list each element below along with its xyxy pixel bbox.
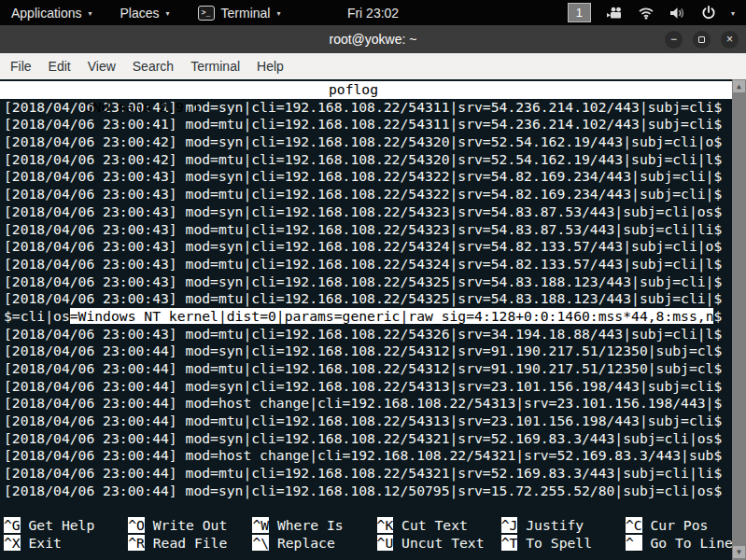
log-line: [2018/04/06 23:00:43] mod=mtu|cli=192.16… (0, 186, 732, 203)
applications-menu[interactable]: Applications ▾ (11, 6, 92, 21)
shortcut-item: ^O Write Out (128, 517, 252, 535)
minimize-button[interactable]: − (665, 31, 683, 49)
shortcut-row: ^X Exit^R Read File^\ Replace^U Uncut Te… (0, 535, 732, 553)
chevron-down-icon[interactable]: ▾ (731, 9, 735, 18)
log-line: [2018/04/06 23:00:43] mod=syn|cli=192.16… (0, 238, 732, 256)
shortcut-label: Write Out (145, 517, 227, 533)
log-line: [2018/04/06 23:00:44] mod=syn|cli=192.16… (0, 378, 732, 396)
log-line-highlighted: $=cli|os=Windows NT kernel|dist=0|params… (0, 308, 732, 326)
log-line: [2018/04/06 23:00:43] mod=mtu|cli=192.16… (0, 326, 732, 343)
menu-search[interactable]: Search (124, 59, 182, 74)
shortcut-key: ^X (4, 535, 21, 551)
log-line: [2018/04/06 23:00:44] mod=mtu|cli=192.16… (0, 465, 732, 483)
shortcut-label: Uncut Text (393, 535, 484, 551)
shortcut-item: ^U Uncut Text (377, 535, 501, 553)
chevron-down-icon: ▾ (276, 9, 280, 18)
shortcut-item: ^J Justify (501, 517, 626, 535)
shortcut-key: ^_ (626, 535, 642, 551)
nano-filename: poflog (329, 81, 378, 99)
menu-file[interactable]: File (2, 59, 40, 74)
workspace-indicator[interactable]: 1 (568, 3, 591, 22)
shortcut-key: ^G (4, 517, 21, 533)
log-line: [2018/04/06 23:00:44] mod=mtu|cli=192.16… (0, 360, 732, 378)
shortcut-label: Cur Pos (642, 517, 709, 533)
log-line: [2018/04/06 23:00:44] mod=syn|cli=192.16… (0, 430, 732, 448)
shortcut-key: ^R (128, 535, 145, 551)
menu-terminal[interactable]: Terminal (182, 59, 248, 74)
shortcut-label: Go To Line (642, 535, 733, 551)
maximize-icon (698, 36, 705, 43)
log-line: [2018/04/06 23:00:43] mod=syn|cli=192.16… (0, 203, 732, 221)
wifi-icon[interactable] (638, 7, 655, 20)
shortcut-label: Replace (269, 535, 335, 551)
log-line: [2018/04/06 23:00:43] mod=mtu|cli=192.16… (0, 256, 732, 273)
nano-shortcuts: ^G Get Help^O Write Out^W Where Is^K Cut… (0, 517, 732, 552)
window-title: root@yokwe: ~ (330, 32, 417, 47)
shortcut-key: ^T (501, 535, 518, 551)
top-panel: Applications ▾ Places ▾ >_ Terminal ▾ Fr… (0, 0, 746, 25)
shortcut-item: ^W Where Is (252, 517, 376, 535)
volume-icon[interactable] (669, 7, 686, 20)
shortcut-key: ^W (252, 517, 269, 533)
shortcut-item: ^C Cur Pos (626, 517, 746, 535)
shortcut-item: ^X Exit (4, 535, 128, 553)
log-line: [2018/04/06 23:00:44] mod=host change|cl… (0, 395, 732, 413)
log-line: [2018/04/06 23:00:44] mod=syn|cli=192.16… (0, 343, 732, 360)
nano-editor: GNU nano 2.9.1 poflog [2018/04/06 23:00:… (0, 79, 732, 553)
shortcut-label: Cut Text (393, 517, 468, 533)
clock[interactable]: Fri 23:02 (347, 6, 399, 21)
menu-help[interactable]: Help (248, 59, 292, 74)
shortcut-item: ^K Cut Text (377, 517, 501, 535)
menu-edit[interactable]: Edit (40, 59, 79, 74)
close-button[interactable]: × (721, 31, 739, 49)
log-line: [2018/04/06 23:00:43] mod=mtu|cli=192.16… (0, 290, 732, 308)
terminal-icon: >_ (198, 6, 215, 21)
log-line: [2018/04/06 23:00:42] mod=syn|cli=192.16… (0, 133, 732, 151)
power-icon[interactable] (701, 6, 716, 20)
shortcut-key: ^U (377, 535, 394, 551)
shortcut-item: ^\ Replace (252, 535, 376, 553)
shortcut-label: Read File (145, 535, 227, 551)
terminal-app-menu-label: Terminal (221, 6, 271, 21)
menu-view[interactable]: View (79, 59, 124, 74)
scrollbar-up-button[interactable]: ▲ (733, 80, 745, 92)
shortcut-label: To Spell (517, 535, 592, 551)
log-line: [2018/04/06 23:00:42] mod=mtu|cli=192.16… (0, 151, 732, 169)
places-menu[interactable]: Places ▾ (120, 6, 170, 21)
shortcut-label: Get Help (21, 517, 95, 533)
log-line: [2018/04/06 23:00:44] mod=syn|cli=192.16… (0, 483, 732, 500)
nano-version-label: GNU nano 2.9.1 (66, 99, 201, 115)
shortcut-label: Where Is (269, 517, 344, 533)
chevron-down-icon: ▾ (89, 9, 92, 18)
applications-menu-label: Applications (11, 6, 82, 21)
maximize-button[interactable] (693, 31, 711, 49)
nano-header: GNU nano 2.9.1 poflog (0, 81, 732, 99)
log-line: [2018/04/06 23:00:44] mod=mtu|cli=192.16… (0, 413, 732, 430)
shortcut-item: ^R Read File (128, 535, 252, 553)
blank-row (0, 500, 732, 518)
shortcut-key: ^J (501, 517, 518, 533)
terminal-app-menu[interactable]: >_ Terminal ▾ (198, 6, 281, 21)
desktop: Applications ▾ Places ▾ >_ Terminal ▾ Fr… (0, 0, 746, 560)
log-line: [2018/04/06 23:00:43] mod=mtu|cli=192.16… (0, 221, 732, 239)
log-line: [2018/04/06 23:00:44] mod=host change|cl… (0, 447, 732, 465)
scrollbar-down-button[interactable]: ▼ (733, 546, 745, 558)
terminal-screen[interactable]: GNU nano 2.9.1 poflog [2018/04/06 23:00:… (0, 79, 746, 560)
shortcut-row: ^G Get Help^O Write Out^W Where Is^K Cut… (0, 517, 732, 535)
log-line: [2018/04/06 23:00:43] mod=syn|cli=192.16… (0, 168, 732, 186)
shortcut-label: Justify (517, 517, 584, 533)
shortcut-item: ^T To Spell (501, 535, 626, 553)
log-area: [2018/04/06 23:00:41] mod=syn|cli=192.16… (0, 99, 732, 500)
log-line: [2018/04/06 23:00:41] mod=mtu|cli=192.16… (0, 116, 732, 133)
scrollbar-track[interactable]: ▲ ▼ (732, 79, 746, 560)
window-titlebar[interactable]: root@yokwe: ~ − × (0, 25, 746, 53)
camera-icon[interactable] (606, 7, 623, 20)
places-menu-label: Places (120, 6, 160, 21)
shortcut-key: ^\ (252, 535, 269, 551)
log-line: [2018/04/06 23:00:43] mod=syn|cli=192.16… (0, 273, 732, 291)
shortcut-item: ^G Get Help (4, 517, 128, 535)
terminal-menubar: FileEditViewSearchTerminalHelp (0, 53, 746, 79)
chevron-down-icon: ▾ (166, 9, 170, 18)
shortcut-label: Exit (21, 535, 62, 551)
shortcut-key: ^K (377, 517, 394, 533)
